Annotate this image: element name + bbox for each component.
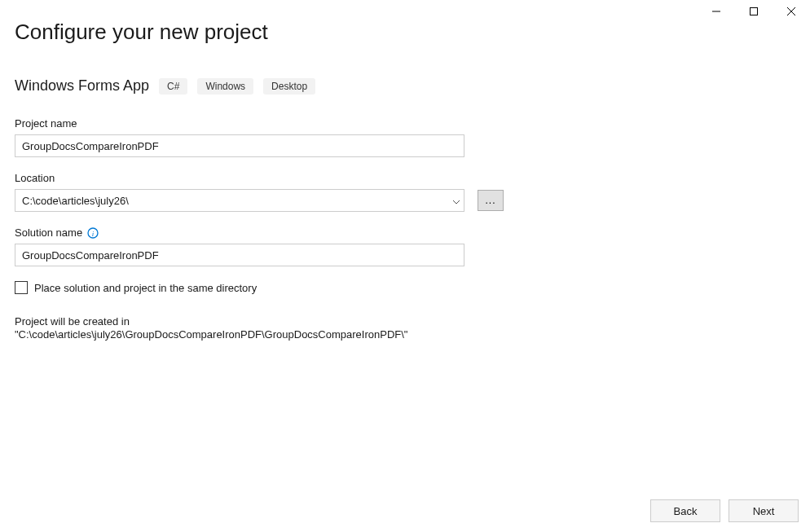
location-input[interactable]: [15, 189, 464, 212]
template-row: Windows Forms App C# Windows Desktop: [15, 77, 795, 95]
window-controls: [698, 0, 810, 23]
next-button[interactable]: Next: [729, 499, 799, 522]
solution-name-label: Solution name i: [15, 226, 795, 239]
creation-path-summary: Project will be created in "C:\code\arti…: [15, 315, 471, 342]
tag-windows: Windows: [197, 78, 253, 95]
template-name: Windows Forms App: [15, 77, 149, 95]
tag-desktop: Desktop: [263, 78, 315, 95]
close-button[interactable]: [773, 0, 810, 23]
maximize-button[interactable]: [735, 0, 773, 23]
close-icon: [787, 7, 795, 15]
same-directory-checkbox[interactable]: [15, 281, 28, 294]
solution-name-label-text: Solution name: [15, 226, 82, 239]
minimize-icon: [712, 7, 720, 15]
footer-buttons: Back Next: [650, 499, 799, 522]
solution-name-input[interactable]: [15, 244, 464, 266]
project-name-input[interactable]: [15, 134, 464, 157]
location-label: Location: [15, 172, 795, 184]
maximize-icon: [750, 7, 758, 15]
project-name-label: Project name: [15, 117, 795, 130]
info-icon[interactable]: i: [87, 227, 99, 239]
minimize-button[interactable]: [698, 0, 735, 23]
same-directory-label[interactable]: Place solution and project in the same d…: [34, 282, 257, 294]
browse-button[interactable]: ...: [478, 190, 504, 211]
page-title: Configure your new project: [15, 20, 795, 45]
svg-text:i: i: [92, 229, 95, 237]
svg-rect-1: [751, 8, 758, 15]
tag-csharp: C#: [159, 78, 187, 95]
back-button[interactable]: Back: [650, 499, 720, 522]
